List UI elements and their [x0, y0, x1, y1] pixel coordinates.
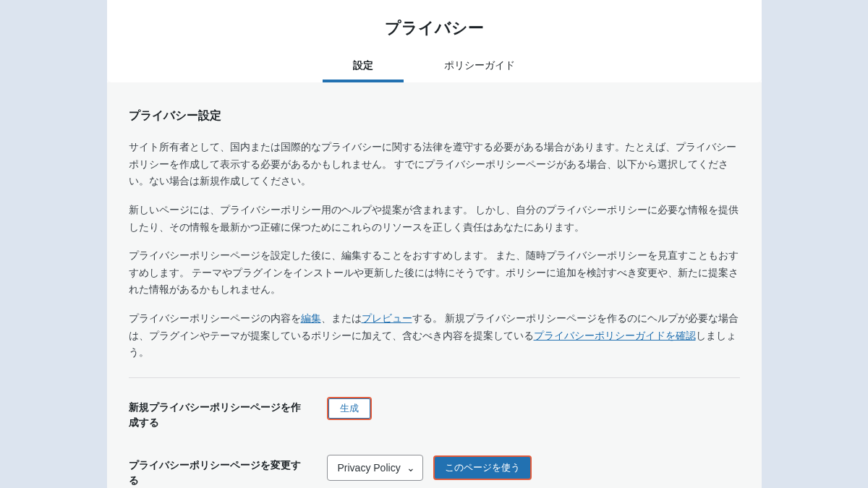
section-divider: [129, 377, 740, 378]
tab-policy-guide[interactable]: ポリシーガイド: [441, 52, 518, 82]
page-title: プライバシー: [107, 12, 762, 52]
create-policy-row: 新規プライバシーポリシーページを作成する 生成: [129, 397, 740, 430]
intro-paragraph-4: プライバシーポリシーページの内容を編集、またはプレビューする。 新規プライバシー…: [129, 310, 740, 361]
select-value: Privacy Policy: [338, 459, 401, 477]
change-policy-label: プライバシーポリシーページを変更する: [129, 455, 304, 488]
chevron-down-icon: ⌄: [407, 459, 415, 477]
section-title: プライバシー設定: [129, 106, 740, 126]
intro-paragraph-1: サイト所有者として、国内または国際的なプライバシーに関する法律を遵守する必要があ…: [129, 139, 740, 190]
create-button[interactable]: 生成: [327, 397, 372, 420]
preview-link[interactable]: プレビュー: [362, 313, 412, 324]
create-policy-label: 新規プライバシーポリシーページを作成する: [129, 397, 304, 430]
intro-paragraph-3: プライバシーポリシーページを設定した後に、編集することをおすすめします。 また、…: [129, 247, 740, 299]
edit-link[interactable]: 編集: [301, 313, 321, 324]
intro-paragraph-2: 新しいページには、プライバシーポリシー用のヘルプや提案が含まれます。 しかし、自…: [129, 202, 740, 236]
use-page-button[interactable]: このページを使う: [433, 455, 532, 480]
tab-settings[interactable]: 設定: [350, 52, 376, 82]
privacy-settings-panel: プライバシー 設定 ポリシーガイド プライバシー設定 サイト所有者として、国内ま…: [107, 0, 762, 488]
policy-guide-link[interactable]: プライバシーポリシーガイドを確認: [534, 330, 696, 341]
panel-body: プライバシー設定 サイト所有者として、国内または国際的なプライバシーに関する法律…: [107, 82, 762, 488]
tabs: 設定 ポリシーガイド: [107, 52, 762, 82]
policy-page-select[interactable]: Privacy Policy ⌄: [327, 455, 423, 481]
change-policy-row: プライバシーポリシーページを変更する Privacy Policy ⌄ このペー…: [129, 455, 740, 488]
panel-header: プライバシー 設定 ポリシーガイド: [107, 0, 762, 82]
